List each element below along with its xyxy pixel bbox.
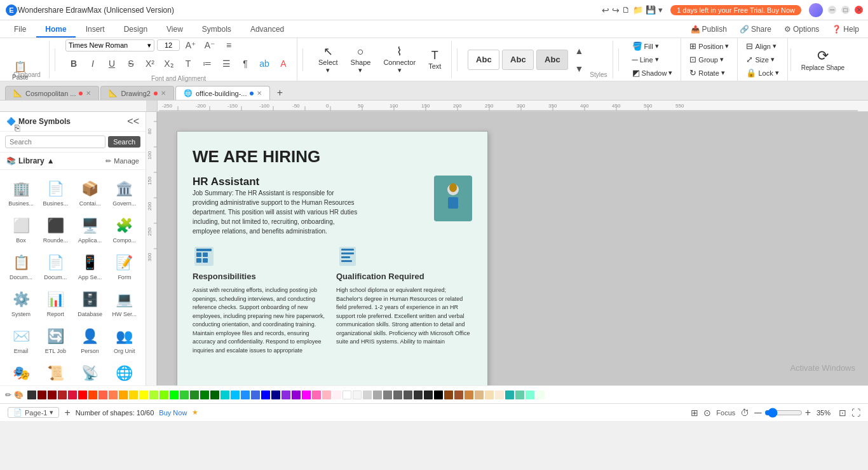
- symbol-item[interactable]: 📄Docum...: [39, 249, 71, 283]
- close-tab2-icon[interactable]: ✕: [161, 90, 166, 97]
- group-btn[interactable]: ⊡ Group ▾: [686, 53, 727, 66]
- font-family-select[interactable]: Times New Roman ▾: [65, 39, 154, 52]
- symbol-item[interactable]: 📡Network: [74, 359, 106, 385]
- color-swatch[interactable]: [109, 391, 118, 399]
- manage-btn[interactable]: ✏ Manage: [105, 157, 139, 165]
- color-swatch[interactable]: [149, 391, 158, 399]
- color-swatch[interactable]: [383, 391, 392, 399]
- line-btn[interactable]: ─ Line ▾: [629, 53, 662, 66]
- color-swatch[interactable]: [261, 391, 270, 399]
- pencil-icon[interactable]: ✏: [5, 391, 11, 399]
- layers-icon[interactable]: ⊞: [691, 408, 698, 418]
- symbol-item[interactable]: 🧩Compo...: [109, 212, 140, 246]
- color-swatch[interactable]: [200, 391, 209, 399]
- color-swatch[interactable]: [454, 391, 463, 399]
- color-swatch[interactable]: [495, 391, 504, 399]
- color-swatch[interactable]: [434, 391, 443, 399]
- new-file-btn[interactable]: 🗋: [622, 5, 630, 15]
- close-btn[interactable]: ✕: [855, 6, 863, 14]
- replace-shape-btn[interactable]: ⟳ Replace Shape: [794, 45, 852, 74]
- color-swatch[interactable]: [58, 391, 67, 399]
- increase-font-btn[interactable]: A⁺: [182, 37, 199, 53]
- symbol-item[interactable]: 👤Person: [74, 322, 106, 357]
- buy-now-link[interactable]: Buy Now: [159, 409, 187, 417]
- tab-design[interactable]: Design: [115, 22, 156, 38]
- symbol-item[interactable]: 🔄ETL Job: [39, 322, 71, 357]
- align-btn[interactable]: ≡: [220, 37, 237, 53]
- color-swatch[interactable]: [292, 391, 301, 399]
- color-swatch[interactable]: [271, 391, 280, 399]
- help-btn[interactable]: ❓ Help: [828, 24, 863, 35]
- paragraph-btn[interactable]: ¶: [237, 55, 254, 72]
- color-swatch[interactable]: [403, 391, 412, 399]
- decrease-font-btn[interactable]: A⁻: [201, 37, 218, 53]
- color-swatch[interactable]: [27, 391, 36, 399]
- publish-btn[interactable]: 📤 Publish: [687, 24, 731, 35]
- align-btn2[interactable]: ⊟ Align ▾: [743, 40, 779, 52]
- color-swatch[interactable]: [231, 391, 240, 399]
- close-tab3-icon[interactable]: ✕: [257, 90, 262, 97]
- color-swatch[interactable]: [465, 391, 473, 399]
- fit-page-btn[interactable]: ⊡: [839, 408, 846, 418]
- doc-tab-office[interactable]: 🌐 office-building-... ✕: [175, 86, 271, 100]
- tab-insert[interactable]: Insert: [77, 22, 114, 38]
- trial-badge[interactable]: 1 days left in your Free Trial. Buy Now: [670, 5, 801, 15]
- color-swatch[interactable]: [505, 391, 514, 399]
- rotate-btn[interactable]: ↻ Rotate ▾: [686, 67, 728, 79]
- color-swatch[interactable]: [251, 391, 260, 399]
- symbol-item[interactable]: 📋Docum...: [5, 249, 37, 283]
- minimize-btn[interactable]: ─: [828, 6, 836, 14]
- symbol-item[interactable]: 📦Contai...: [74, 175, 106, 209]
- fullscreen-btn[interactable]: ⛶: [851, 408, 860, 418]
- highlight-text-btn[interactable]: ab: [256, 55, 273, 72]
- color-swatch[interactable]: [159, 391, 168, 399]
- shape-btn[interactable]: ○ Shape ▾: [346, 43, 376, 77]
- symbol-item[interactable]: 📜Contract: [39, 359, 71, 385]
- position-btn[interactable]: ⊞ Position ▾: [686, 40, 732, 52]
- color-swatch[interactable]: [129, 391, 138, 399]
- symbol-item[interactable]: 🏛️Govern...: [109, 175, 140, 209]
- color-swatch[interactable]: [526, 391, 534, 399]
- color-swatch[interactable]: [373, 391, 382, 399]
- tab-view[interactable]: View: [158, 22, 192, 38]
- bullet-list-btn[interactable]: ≔: [199, 55, 215, 72]
- tab-symbols[interactable]: Symbols: [193, 22, 240, 38]
- tab-advanced[interactable]: Advanced: [241, 22, 293, 38]
- italic-btn[interactable]: I: [85, 55, 101, 72]
- color-swatch[interactable]: [48, 391, 57, 399]
- font-size-input[interactable]: 12: [157, 39, 180, 51]
- color-swatch[interactable]: [353, 391, 362, 399]
- style-box-3[interactable]: Abc: [536, 50, 568, 70]
- tab-home[interactable]: Home: [36, 22, 75, 38]
- symbol-item[interactable]: 🏢Busines...: [5, 175, 37, 209]
- options-btn[interactable]: ⚙ Options: [780, 24, 823, 35]
- paste-btn[interactable]: 📋 Paste: [9, 41, 32, 100]
- color-swatch[interactable]: [312, 391, 321, 399]
- text-btn[interactable]: T Text: [423, 46, 446, 73]
- symbol-item[interactable]: 📊Report: [39, 286, 71, 320]
- style-box-1[interactable]: Abc: [468, 50, 499, 70]
- color-swatch[interactable]: [78, 391, 87, 399]
- sidebar-collapse-btn[interactable]: <<: [127, 116, 139, 127]
- symbol-item[interactable]: 📱App Se...: [74, 249, 106, 283]
- maximize-btn[interactable]: □: [841, 6, 850, 14]
- symbol-item[interactable]: ⚙️System: [5, 286, 37, 320]
- focus-icon[interactable]: ⊙: [703, 408, 711, 418]
- subscript-btn[interactable]: X₂: [161, 55, 177, 72]
- color-swatch[interactable]: [88, 391, 97, 399]
- color-swatch[interactable]: [98, 391, 107, 399]
- color-swatch[interactable]: [190, 391, 199, 399]
- symbol-item[interactable]: 🗄️Database: [74, 286, 106, 320]
- text-color-btn[interactable]: A: [275, 55, 292, 72]
- color-swatch[interactable]: [444, 391, 453, 399]
- color-swatch[interactable]: [393, 391, 402, 399]
- text-format-btn[interactable]: T: [180, 55, 196, 72]
- add-tab-btn[interactable]: +: [271, 86, 288, 100]
- zoom-in-btn[interactable]: +: [805, 407, 811, 418]
- undo-btn[interactable]: ↩: [602, 5, 609, 15]
- styles-down-btn[interactable]: ▼: [571, 60, 587, 77]
- doc-tab-drawing2[interactable]: 📐 Drawing2 ✕: [100, 86, 173, 100]
- symbol-item[interactable]: ⬛Rounde...: [39, 212, 71, 246]
- symbol-item[interactable]: 🖥️Applica...: [74, 212, 106, 246]
- strikethrough-btn[interactable]: S: [123, 55, 139, 72]
